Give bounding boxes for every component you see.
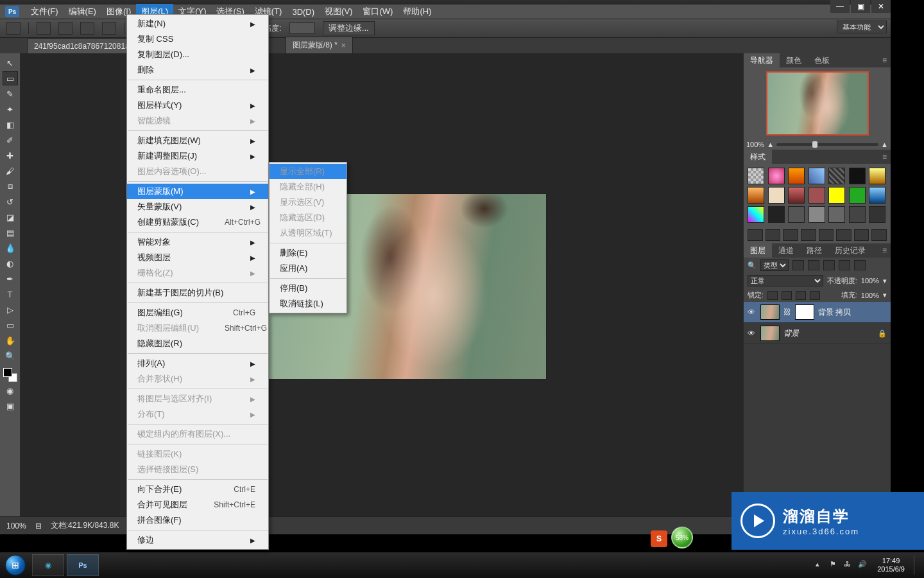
opacity-value[interactable]: 100% bbox=[861, 277, 879, 285]
lock-all-icon[interactable] bbox=[810, 291, 820, 300]
status-zoom[interactable]: 100% bbox=[6, 521, 26, 530]
pen-tool-icon[interactable]: ✒ bbox=[3, 272, 18, 286]
tab-navigator[interactable]: 导航器 bbox=[744, 53, 780, 68]
layer-menu-item[interactable]: 复制图层(D)... bbox=[127, 47, 268, 62]
layer-menu-item[interactable]: 删除▶ bbox=[127, 62, 268, 78]
tab-layers[interactable]: 图层 bbox=[744, 243, 772, 258]
move-tool-icon[interactable]: ↖ bbox=[3, 56, 18, 70]
adjust-icon[interactable] bbox=[783, 229, 798, 241]
tray-flag-icon[interactable]: ⚑ bbox=[830, 560, 840, 570]
style-swatch[interactable] bbox=[869, 168, 886, 184]
style-swatch[interactable] bbox=[809, 168, 825, 184]
layer-menu-item[interactable]: 重命名图层... bbox=[127, 82, 268, 98]
start-button[interactable]: ⊞ bbox=[0, 552, 31, 578]
layer-menu-item[interactable]: 新建(N)▶ bbox=[127, 16, 268, 31]
subtract-selection-icon[interactable] bbox=[80, 22, 94, 35]
mask-submenu-item[interactable]: 取消链接(L) bbox=[270, 296, 346, 311]
layer-name[interactable]: 背景 bbox=[783, 328, 799, 339]
close-button[interactable]: ✕ bbox=[871, 0, 891, 13]
layer-menu-item[interactable]: 视频图层▶ bbox=[127, 250, 268, 265]
refine-edge-button[interactable]: 调整边缘... bbox=[323, 21, 375, 35]
eraser-tool-icon[interactable]: ◪ bbox=[3, 210, 18, 224]
visibility-icon[interactable]: 👁 bbox=[748, 308, 757, 317]
status-doc-size[interactable]: 文档:421.9K/843.8K bbox=[51, 520, 119, 531]
layer-menu-item[interactable]: 图层蒙版(M)▶ bbox=[127, 184, 268, 199]
sogou-ime-icon[interactable]: S bbox=[651, 530, 667, 547]
layer-menu-item[interactable]: 智能对象▶ bbox=[127, 234, 268, 250]
layer-filter-select[interactable]: 类型 bbox=[760, 259, 789, 271]
add-selection-icon[interactable] bbox=[58, 22, 73, 35]
layer-menu-item[interactable]: 图层样式(Y)▶ bbox=[127, 98, 268, 113]
layer-menu-item[interactable]: 复制 CSS bbox=[127, 31, 268, 47]
lasso-tool-icon[interactable]: ✎ bbox=[3, 87, 18, 101]
layer-menu-item[interactable]: 隐藏图层(R) bbox=[127, 336, 268, 351]
adjust-icon[interactable] bbox=[854, 229, 869, 241]
tray-network-icon[interactable]: 🖧 bbox=[844, 560, 854, 570]
layer-menu-item[interactable]: 矢量蒙版(V)▶ bbox=[127, 199, 268, 215]
layer-menu-item[interactable]: 新建基于图层的切片(B) bbox=[127, 285, 268, 301]
menu-3d[interactable]: 3D(D) bbox=[287, 5, 320, 19]
screen-mode-icon[interactable]: ▣ bbox=[3, 399, 18, 413]
menu-help[interactable]: 帮助(H) bbox=[398, 4, 436, 19]
taskbar-app-photoshop[interactable]: Ps bbox=[67, 554, 99, 576]
filter-shape-icon[interactable] bbox=[839, 260, 850, 270]
menu-view[interactable]: 视图(V) bbox=[320, 4, 357, 19]
quick-mask-icon[interactable]: ◉ bbox=[3, 383, 18, 398]
magic-wand-tool-icon[interactable]: ✦ bbox=[3, 102, 18, 116]
adjust-icon[interactable] bbox=[748, 229, 763, 241]
tab-color[interactable]: 颜色 bbox=[780, 53, 808, 68]
style-swatch[interactable] bbox=[809, 187, 825, 204]
layer-menu-item[interactable]: 合并可见图层Shift+Ctrl+E bbox=[127, 497, 268, 512]
style-swatch[interactable] bbox=[768, 206, 785, 223]
taskbar-app-browser[interactable]: ◉ bbox=[32, 554, 64, 576]
layer-menu-item[interactable]: 新建填充图层(W)▶ bbox=[127, 133, 268, 148]
chevron-down-icon[interactable]: ▾ bbox=[883, 277, 887, 285]
layer-thumbnail[interactable] bbox=[760, 326, 780, 341]
style-swatch[interactable] bbox=[828, 168, 845, 184]
style-swatch[interactable] bbox=[849, 187, 866, 204]
gradient-tool-icon[interactable]: ▤ bbox=[3, 225, 18, 240]
path-select-tool-icon[interactable]: ▷ bbox=[3, 302, 18, 317]
tab-paths[interactable]: 路径 bbox=[800, 243, 828, 258]
shape-tool-icon[interactable]: ▭ bbox=[3, 318, 18, 332]
adjust-icon[interactable] bbox=[836, 229, 851, 241]
style-swatch[interactable] bbox=[768, 168, 785, 184]
mask-submenu-item[interactable]: 应用(A) bbox=[270, 261, 346, 276]
taskbar-clock[interactable]: 17:49 2015/6/9 bbox=[872, 556, 910, 574]
layer-menu-item[interactable]: 新建调整图层(J)▶ bbox=[127, 148, 268, 164]
maximize-button[interactable]: ▣ bbox=[851, 0, 870, 13]
filter-adjust-icon[interactable] bbox=[808, 260, 819, 270]
style-swatch[interactable] bbox=[748, 187, 764, 204]
stamp-tool-icon[interactable]: ⧈ bbox=[3, 179, 18, 193]
blur-tool-icon[interactable]: 💧 bbox=[3, 241, 18, 255]
layer-name[interactable]: 背景 拷贝 bbox=[818, 307, 851, 318]
style-swatch[interactable] bbox=[748, 206, 764, 223]
layer-thumbnail[interactable] bbox=[760, 304, 780, 320]
navigator-thumbnail[interactable] bbox=[766, 71, 869, 136]
adjust-icon[interactable] bbox=[871, 229, 887, 241]
mask-submenu-item[interactable]: 停用(B) bbox=[270, 281, 346, 296]
mask-submenu-item[interactable]: 删除(E) bbox=[270, 245, 346, 261]
tray-up-icon[interactable]: ▴ bbox=[816, 560, 826, 570]
layer-menu-item[interactable]: 拼合图像(F) bbox=[127, 512, 268, 528]
show-desktop-button[interactable] bbox=[914, 556, 920, 575]
height-input[interactable] bbox=[289, 22, 315, 34]
tab-channels[interactable]: 通道 bbox=[772, 243, 800, 258]
intersect-selection-icon[interactable] bbox=[102, 22, 116, 35]
eyedropper-tool-icon[interactable]: ✐ bbox=[3, 133, 18, 147]
adjust-icon[interactable] bbox=[819, 229, 834, 241]
blend-mode-select[interactable]: 正常 bbox=[748, 275, 823, 286]
style-swatch[interactable] bbox=[828, 187, 845, 204]
tab-styles[interactable]: 样式 bbox=[744, 150, 772, 164]
style-swatch[interactable] bbox=[869, 187, 886, 204]
close-tab-icon[interactable]: × bbox=[341, 41, 346, 50]
type-tool-icon[interactable]: T bbox=[3, 287, 18, 301]
style-swatch[interactable] bbox=[869, 206, 886, 223]
history-brush-tool-icon[interactable]: ↺ bbox=[3, 195, 18, 209]
style-swatch[interactable] bbox=[809, 206, 825, 223]
adjust-icon[interactable] bbox=[801, 229, 816, 241]
style-swatch[interactable] bbox=[849, 206, 866, 223]
layer-row[interactable]: 👁 背景 🔒 bbox=[744, 323, 891, 344]
marquee-tool-icon[interactable] bbox=[6, 22, 21, 35]
layer-mask-thumbnail[interactable] bbox=[795, 304, 814, 320]
